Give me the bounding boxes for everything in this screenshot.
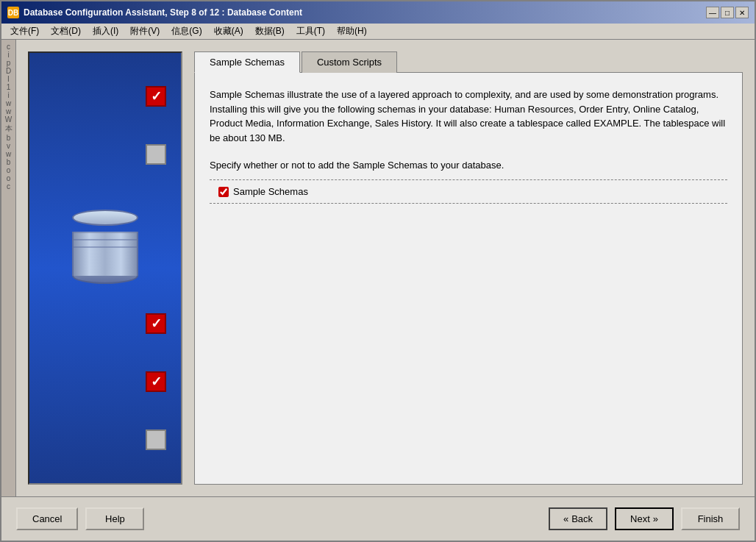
button-bar: Cancel Help « Back Next » Finish — [1, 496, 755, 541]
next-arrow-icon: » — [653, 513, 658, 524]
restore-button[interactable]: □ — [721, 7, 734, 18]
help-button[interactable]: Help — [85, 507, 144, 530]
checkbox-text: Sample Schemas — [233, 186, 308, 197]
check-3-row: ✓ — [37, 313, 174, 334]
title-bar-left: DB Database Configuration Assistant, Ste… — [7, 7, 302, 18]
main-content-area: ✓ ✓ — [16, 40, 755, 496]
menu-data[interactable]: 数据(B) — [249, 24, 290, 39]
tab-custom-scripts[interactable]: Custom Scripts — [302, 51, 397, 73]
check-5-row — [37, 429, 174, 450]
next-button[interactable]: Next » — [615, 507, 674, 530]
cylinder-body — [72, 232, 138, 276]
menu-tools[interactable]: 工具(T) — [290, 24, 331, 39]
tab-content-panel: Sample Schemas illustrate the use of a l… — [194, 72, 743, 485]
menu-doc[interactable]: 文档(D) — [45, 24, 87, 39]
cylinder-stripe-2 — [74, 239, 137, 240]
menu-file[interactable]: 文件(F) — [4, 24, 45, 39]
back-label: Back — [571, 513, 593, 524]
title-bar: DB Database Configuration Assistant, Ste… — [1, 1, 755, 24]
cancel-button[interactable]: Cancel — [16, 507, 78, 530]
check-2-row — [37, 144, 174, 165]
database-cylinder — [68, 210, 142, 268]
check-4-row: ✓ — [37, 371, 174, 392]
check-icon-2 — [146, 144, 166, 165]
right-panel: Sample Schemas Custom Scripts Sample Sch… — [194, 51, 743, 485]
app-icon: DB — [7, 7, 19, 18]
cylinder-top — [72, 210, 138, 226]
check-icon-5 — [146, 429, 166, 450]
check-icon-3: ✓ — [146, 313, 166, 334]
specify-text: Specify whether or not to add the Sample… — [210, 160, 727, 171]
minimize-button[interactable]: — — [706, 7, 719, 18]
description-paragraph: Sample Schemas illustrate the use of a l… — [210, 88, 727, 145]
title-controls: — □ ✕ — [706, 7, 749, 18]
tab-sample-schemas[interactable]: Sample Schemas — [194, 51, 300, 73]
menu-favorites[interactable]: 收藏(A) — [208, 24, 249, 39]
close-button[interactable]: ✕ — [735, 7, 749, 18]
tab-bar: Sample Schemas Custom Scripts — [194, 51, 743, 73]
sample-schemas-checkbox-label[interactable]: Sample Schemas — [218, 186, 308, 197]
cylinder-stripe-3 — [74, 246, 137, 248]
left-buttons: Cancel Help — [16, 507, 144, 530]
next-label: Next — [630, 513, 650, 524]
main-window: DB Database Configuration Assistant, Ste… — [0, 0, 756, 542]
finish-button[interactable]: Finish — [681, 507, 740, 530]
check-icon-1: ✓ — [146, 86, 166, 107]
menubar: 文件(F) 文档(D) 插入(I) 附件(V) 信息(G) 收藏(A) 数据(B… — [1, 24, 755, 40]
window-title: Database Configuration Assistant, Step 8… — [24, 7, 302, 18]
right-buttons: « Back Next » Finish — [549, 507, 740, 530]
check-1-row: ✓ — [37, 86, 174, 107]
menu-insert[interactable]: 插入(I) — [87, 24, 124, 39]
cylinder-stripe-1 — [74, 232, 137, 233]
checkbox-section: Sample Schemas — [210, 179, 727, 204]
menu-view[interactable]: 附件(V) — [124, 24, 165, 39]
left-sidebar: c i p D I 1 i w w W 本 b v w b o o c — [1, 40, 16, 496]
back-button[interactable]: « Back — [549, 507, 607, 530]
back-arrow-icon: « — [563, 513, 568, 524]
check-icon-4: ✓ — [146, 371, 166, 392]
sample-schemas-checkbox[interactable] — [218, 187, 229, 197]
menu-info[interactable]: 信息(G) — [165, 24, 207, 39]
menu-help[interactable]: 帮助(H) — [331, 24, 373, 39]
illustration-panel: ✓ ✓ — [28, 51, 182, 485]
